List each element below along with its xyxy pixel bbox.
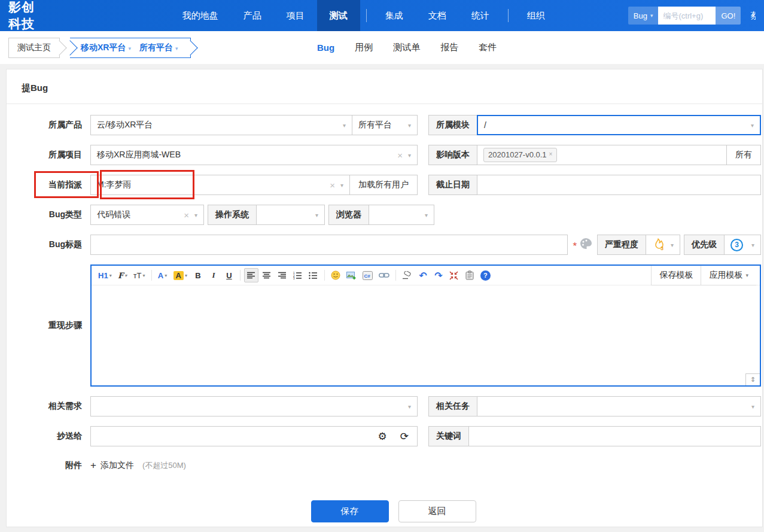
align-center-icon[interactable] [260,268,274,282]
product-select[interactable]: 云/移动XR平台▾ [90,115,352,135]
nav-item-project[interactable]: 项目 [274,0,317,31]
os-select[interactable]: ▾ [256,205,325,225]
product-label: 所属产品 [7,120,90,130]
search-category-select[interactable]: Bug▾ [628,7,659,25]
breadcrumb-product-select[interactable]: 移动XR平台▾ [81,42,131,53]
severity-flame-icon: 3 [652,238,664,252]
tab-suite[interactable]: 套件 [479,42,497,53]
chevron-down-icon: ▾ [408,152,411,159]
version-all-button[interactable]: 所有 [726,145,761,165]
module-select[interactable]: /▾ [477,115,761,135]
tab-case[interactable]: 用例 [355,42,373,53]
save-button[interactable]: 保存 [311,500,389,522]
row-project-version: 所属项目 移动XR应用商城-WEB×▾ 影响版本 20201027-v0.0.1… [7,145,762,165]
heading-icon[interactable]: H1▾ [96,268,114,282]
load-all-users-button[interactable]: 加载所有用户 [349,175,418,195]
bug-title-input[interactable] [90,235,568,255]
color-palette-icon[interactable] [579,237,592,253]
brand-logo[interactable]: 影创科技 [8,0,41,32]
refresh-icon[interactable]: ⟳ [400,430,409,443]
image-icon[interactable] [344,268,359,282]
remove-tag-icon[interactable]: × [549,150,553,158]
editor-resize-handle[interactable]: ⇕ [745,373,760,385]
code-icon[interactable]: C# [360,268,375,282]
related-task-select[interactable]: ▾ [477,396,761,417]
nav-item-test[interactable]: 测试 [317,0,360,31]
row-attachment: 附件 + 添加文件 (不超过50M) [7,460,762,472]
bug-type-select[interactable]: 代码错误×▾ [90,205,204,225]
nav-item-my-dashboard[interactable]: 我的地盘 [170,0,231,31]
platform-select[interactable]: 所有平台▾ [352,115,418,135]
back-button[interactable]: 返回 [398,500,476,522]
save-template-button[interactable]: 保存模板 [651,266,701,285]
tab-bug[interactable]: Bug [317,42,334,53]
undo-icon[interactable]: ↶ [416,268,430,282]
nav-item-organization[interactable]: 组织 [515,0,558,31]
nav-item-doc[interactable]: 文档 [416,0,459,31]
form-actions: 保存 返回 [7,500,762,522]
project-select[interactable]: 移动XR应用商城-WEB×▾ [90,145,418,165]
module-tabs: Bug 用例 测试单 报告 套件 [317,42,497,53]
nav-item-stats[interactable]: 统计 [459,0,502,31]
version-multiselect[interactable]: 20201027-v0.0.1× [477,145,727,165]
breadcrumb-test-home[interactable]: 测试主页 [8,38,60,58]
text-color-icon[interactable]: A▾ [156,268,170,282]
italic-icon[interactable]: I [206,268,221,282]
add-file-button[interactable]: + 添加文件 [90,460,134,472]
priority-label: 优先级 [684,235,725,255]
chevron-down-icon: ▾ [751,242,754,248]
tab-testtask[interactable]: 测试单 [393,42,420,53]
chevron-down-icon: ▾ [128,45,131,51]
gear-icon[interactable]: ⚙ [378,430,387,443]
module-label: 所属模块 [428,115,477,135]
apply-template-button[interactable]: 应用模板▾ [701,266,756,285]
clear-icon[interactable]: × [397,150,403,160]
ordered-list-icon[interactable]: 123 [291,268,305,282]
keywords-input[interactable] [468,426,761,446]
cc-label: 抄送给 [7,431,90,442]
remove-format-icon[interactable] [400,268,415,282]
bold-icon[interactable]: B [191,268,205,282]
redo-icon[interactable]: ↷ [431,268,446,282]
page-title: 提Bug [7,69,762,104]
unordered-list-icon[interactable] [306,268,321,282]
link-icon[interactable] [376,268,392,282]
create-bug-panel: 提Bug 所属产品 云/移动XR平台▾ 所有平台▾ 所属模块 /▾ 所属项目 移… [6,69,763,527]
search-go-button[interactable]: GO! [716,7,741,25]
toolbar-separator [240,270,241,281]
related-story-select[interactable]: ▾ [90,396,418,417]
font-size-icon[interactable]: тT▾ [131,268,148,282]
version-tag: 20201027-v0.0.1× [483,148,557,163]
background-color-icon[interactable]: A▾ [171,268,190,282]
assignee-select[interactable]: M:李梦雨×▾ [90,175,350,195]
priority-select[interactable]: 3 ▾ [724,235,761,255]
nav-item-integration[interactable]: 集成 [373,0,416,31]
template-buttons: 保存模板 应用模板▾ [651,266,756,285]
severity-select[interactable]: 3 ▾ [646,235,680,255]
align-right-icon[interactable] [275,268,290,282]
cc-input[interactable]: ⚙ ⟳ [90,426,418,446]
editor-content-area[interactable]: ⇕ [92,285,760,385]
emoticon-icon[interactable] [328,268,343,282]
deadline-input[interactable] [477,175,761,195]
bug-title-label: Bug标题 [7,239,90,250]
fullscreen-icon[interactable] [447,268,461,282]
chevron-down-icon: ▾ [751,122,754,129]
align-left-icon[interactable] [244,268,258,282]
nav-item-product[interactable]: 产品 [231,0,274,31]
svg-text:3: 3 [293,277,295,279]
browser-select[interactable]: ▾ [369,205,434,225]
row-cc-keywords: 抄送给 ⚙ ⟳ 关键词 [7,426,762,446]
breadcrumb-scope-select[interactable]: 所有平台▾ [139,42,178,53]
underline-icon[interactable]: U [222,268,236,282]
clear-icon[interactable]: × [184,210,189,220]
font-family-icon[interactable]: F▾ [115,268,130,282]
toolbar-separator [395,270,396,281]
help-icon[interactable]: ? [478,268,493,282]
user-menu[interactable]: 蔡 [750,10,756,22]
paste-icon[interactable] [462,268,477,282]
clear-icon[interactable]: × [330,180,335,190]
severity-label: 严重程度 [597,235,646,255]
tab-report[interactable]: 报告 [440,42,458,53]
search-input[interactable] [658,7,716,25]
